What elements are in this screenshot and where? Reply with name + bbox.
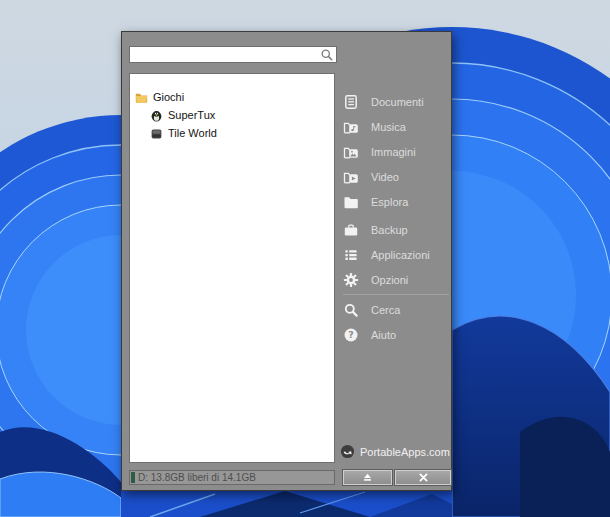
explore-folder-icon xyxy=(343,194,359,210)
images-folder-icon xyxy=(343,144,359,160)
close-icon xyxy=(418,472,429,483)
sidebar-item-label: Backup xyxy=(371,224,408,236)
tree-item-label: Tile World xyxy=(168,127,217,139)
sidebar-item-label: Cerca xyxy=(371,304,400,316)
backup-icon xyxy=(343,222,359,238)
sidebar-item-applicazioni[interactable]: Applicazioni xyxy=(339,242,453,267)
search-box xyxy=(129,46,337,63)
tree-item-label: Giochi xyxy=(153,91,184,103)
tileworld-icon xyxy=(150,127,163,140)
sidebar-item-label: Video xyxy=(371,171,399,183)
sidebar-item-immagini[interactable]: Immagini xyxy=(339,139,453,164)
documents-icon xyxy=(343,94,359,110)
folder-icon xyxy=(135,91,148,104)
sidebar-item-aiuto[interactable]: ? Aiuto xyxy=(339,322,453,347)
portableapps-menu-window: Giochi SuperTux Tile World xyxy=(121,31,452,491)
sidebar-item-video[interactable]: Video xyxy=(339,164,453,189)
eject-icon xyxy=(362,472,373,483)
portableapps-logo[interactable]: PortableApps.com xyxy=(340,444,450,459)
sidebar-item-opzioni[interactable]: Opzioni xyxy=(339,267,453,292)
sidebar-item-label: Opzioni xyxy=(371,274,408,286)
sidebar-item-documenti[interactable]: Documenti xyxy=(339,89,453,114)
sidebar-item-label: Esplora xyxy=(371,196,408,208)
supertux-icon xyxy=(150,109,163,122)
sidebar-item-musica[interactable]: Musica xyxy=(339,114,453,139)
sidebar-item-label: Musica xyxy=(371,121,406,133)
eject-button[interactable] xyxy=(343,470,392,485)
apps-list-icon xyxy=(343,247,359,263)
sidebar-item-label: Aiuto xyxy=(371,329,396,341)
drive-space-bar: D: 13.8GB liberi di 14.1GB xyxy=(129,470,335,485)
help-icon: ? xyxy=(343,327,359,343)
search-icon xyxy=(343,302,359,318)
drive-usage-fill xyxy=(131,472,135,483)
gear-icon xyxy=(343,272,359,288)
sidebar-item-cerca[interactable]: Cerca xyxy=(339,297,453,322)
search-icon[interactable] xyxy=(320,48,334,62)
svg-text:?: ? xyxy=(348,329,354,340)
tree-item-supertux[interactable]: SuperTux xyxy=(130,106,334,124)
music-folder-icon xyxy=(343,119,359,135)
portableapps-logo-text: PortableApps.com xyxy=(360,446,450,458)
sidebar-separator xyxy=(343,294,449,295)
portableapps-swoosh-icon xyxy=(340,444,355,459)
drive-space-text: D: 13.8GB liberi di 14.1GB xyxy=(138,471,332,484)
sidebar-item-esplora[interactable]: Esplora xyxy=(339,189,453,214)
sidebar-item-label: Applicazioni xyxy=(371,249,430,261)
close-button[interactable] xyxy=(395,470,451,485)
sidebar-item-label: Documenti xyxy=(371,96,424,108)
video-folder-icon xyxy=(343,169,359,185)
tree-item-tile-world[interactable]: Tile World xyxy=(130,124,334,142)
tree-item-label: SuperTux xyxy=(168,109,215,121)
sidebar-item-backup[interactable]: Backup xyxy=(339,217,453,242)
search-input[interactable] xyxy=(130,49,320,61)
sidebar-item-label: Immagini xyxy=(371,146,416,158)
app-list-panel: Giochi SuperTux Tile World xyxy=(129,73,335,463)
tree-item-giochi[interactable]: Giochi xyxy=(130,88,334,106)
sidebar-menu: Documenti Musica Immagini xyxy=(339,89,453,347)
